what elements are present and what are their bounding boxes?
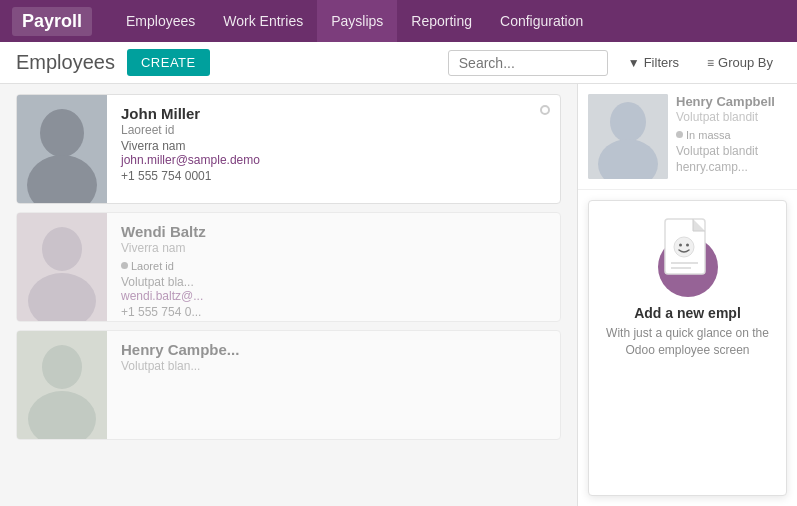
groupby-label: Group By (718, 55, 773, 70)
main-content: John Miller Laoreet id Viverra nam john.… (0, 84, 797, 506)
svg-point-7 (42, 345, 82, 389)
employee-detail: Viverra nam (121, 139, 546, 153)
nav-payslips[interactable]: Payslips (317, 0, 397, 42)
svg-point-4 (42, 227, 82, 271)
tag-dot (676, 131, 683, 138)
nav-work-entries[interactable]: Work Entries (209, 0, 317, 42)
svg-point-1 (40, 109, 84, 157)
tag-dot (121, 262, 128, 269)
add-employee-tooltip: Add a new empl With just a quick glance … (588, 200, 787, 496)
employee-avatar (17, 95, 107, 203)
filters-label: Filters (644, 55, 679, 70)
document-icon (653, 217, 723, 297)
employee-detail2: Volutpat bla... (121, 275, 546, 289)
employee-avatar (17, 331, 107, 439)
add-employee-title: Add a new empl (605, 305, 770, 321)
employee-subtitle: Viverra nam (121, 241, 546, 255)
create-button[interactable]: CREATE (127, 49, 210, 76)
employee-info: Wendi Baltz Viverra nam Laoret id Volutp… (107, 213, 560, 321)
nav-reporting[interactable]: Reporting (397, 0, 486, 42)
nav-employees[interactable]: Employees (112, 0, 209, 42)
employee-email: wendi.baltz@... (121, 289, 546, 303)
subheader-left: Employees CREATE (16, 49, 210, 76)
employee-name: Henry Campbe... (121, 341, 546, 358)
employee-info: John Miller Laoreet id Viverra nam john.… (107, 95, 560, 203)
henry-subtitle: Volutpat blandit (676, 110, 787, 124)
table-row[interactable]: Henry Campbe... Volutpat blan... (16, 330, 561, 440)
table-row[interactable]: John Miller Laoreet id Viverra nam john.… (16, 94, 561, 204)
table-row[interactable]: Wendi Baltz Viverra nam Laoret id Volutp… (16, 212, 561, 322)
employee-tag: Laoret id (121, 260, 174, 272)
page-title: Employees (16, 51, 115, 74)
groupby-icon: ≡ (707, 56, 714, 70)
svg-point-10 (610, 102, 646, 142)
subheader: Employees CREATE ▼ Filters ≡ Group By (0, 42, 797, 84)
henry-right-card[interactable]: Henry Campbell Volutpat blandit In massa… (578, 84, 797, 190)
subheader-right: ▼ Filters ≡ Group By (448, 50, 781, 76)
right-panel: Henry Campbell Volutpat blandit In massa… (577, 84, 797, 506)
employee-subtitle: Laoreet id (121, 123, 546, 137)
search-input[interactable] (448, 50, 608, 76)
henry-detail1: Volutpat blandit (676, 144, 787, 158)
employee-email: john.miller@sample.demo (121, 153, 546, 167)
svg-point-17 (679, 244, 682, 247)
nav-configuration[interactable]: Configuration (486, 0, 597, 42)
employee-name: John Miller (121, 105, 546, 122)
employee-avatar (17, 213, 107, 321)
add-employee-desc: With just a quick glance on the Odoo emp… (605, 325, 770, 359)
filter-icon: ▼ (628, 56, 640, 70)
filters-button[interactable]: ▼ Filters (620, 51, 687, 74)
svg-point-18 (686, 244, 689, 247)
doc-svg (663, 217, 713, 282)
henry-right-info: Henry Campbell Volutpat blandit In massa… (676, 94, 787, 179)
henry-detail2: henry.camp... (676, 160, 787, 174)
employee-name: Wendi Baltz (121, 223, 546, 240)
employee-info: Henry Campbe... Volutpat blan... (107, 331, 560, 439)
navbar: Payroll Employees Work Entries Payslips … (0, 0, 797, 42)
employee-subtitle: Volutpat blan... (121, 359, 546, 373)
brand-logo: Payroll (12, 7, 92, 36)
employee-phone: +1 555 754 0001 (121, 169, 546, 183)
group-by-button[interactable]: ≡ Group By (699, 51, 781, 74)
status-dot (540, 105, 550, 115)
employee-card-list: John Miller Laoreet id Viverra nam john.… (0, 84, 577, 506)
svg-point-16 (674, 237, 694, 257)
henry-avatar (588, 94, 668, 179)
tag-label: In massa (686, 129, 731, 141)
tag-text: Laoret id (131, 260, 174, 272)
employee-phone: +1 555 754 0... (121, 305, 546, 319)
henry-name: Henry Campbell (676, 94, 787, 109)
henry-tag: In massa (676, 129, 731, 141)
